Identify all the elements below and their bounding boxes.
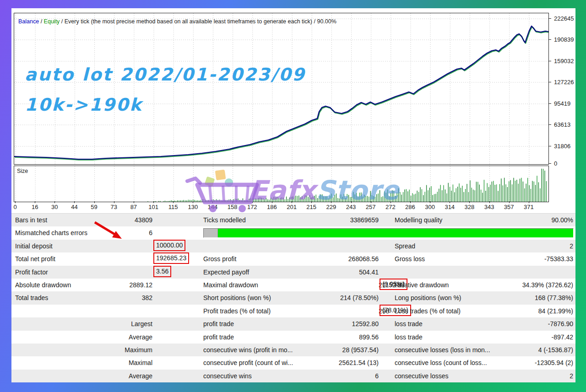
- stat-label: consecutive profit (count of wi...: [203, 356, 293, 369]
- stat-value: 504.41: [359, 266, 379, 279]
- stat-value: 33869659: [350, 214, 379, 226]
- x-axis-tick: [15, 201, 16, 203]
- statistics-table: Bars in test 43809 Ticks modelled 338696…: [11, 213, 575, 382]
- x-axis-tick-label: 243: [346, 204, 356, 210]
- stat-label: consecutive losses: [395, 370, 449, 382]
- legend-method: Every tick (the most precise method base…: [65, 18, 312, 25]
- x-axis-tick: [311, 201, 312, 203]
- stat-value: 28 (9537.54): [342, 344, 379, 356]
- x-axis-tick: [153, 201, 154, 203]
- x-axis-tick-label: 130: [188, 204, 198, 210]
- x-axis-tick-label: 201: [287, 204, 297, 210]
- legend-separator: /: [39, 18, 43, 25]
- balance-chart: Balance / Equity / Every tick (the most …: [14, 13, 549, 165]
- stat-value: -75383.33: [544, 252, 573, 265]
- stat-value: 25621.54 (13): [339, 356, 379, 369]
- stat-label: Modelling quality: [395, 214, 442, 226]
- stat-label: Gross loss: [395, 252, 425, 265]
- y-axis-labels: 2226451908391590321272269541963613318060: [551, 8, 575, 200]
- chart-legend: Balance / Equity / Every tick (the most …: [18, 18, 336, 25]
- y-axis-tick-label: 31806: [554, 143, 570, 150]
- y-axis-tick-label: 95419: [554, 100, 570, 107]
- x-axis-tick: [272, 201, 272, 203]
- x-axis-tick: [331, 201, 331, 203]
- stat-label: Expected payoff: [203, 266, 249, 279]
- stat-label: Long positions (won %): [395, 291, 461, 304]
- x-axis-tick-label: 272: [385, 204, 396, 210]
- stat-value: 168 (77.38%): [535, 291, 573, 304]
- stat-label: Initial deposit: [15, 240, 53, 252]
- stat-label: consecutive loss (count of loss...: [395, 356, 487, 369]
- legend-quality: 90.00%: [317, 18, 336, 25]
- y-axis-tick-label: 190839: [554, 36, 574, 43]
- stat-label: Relative drawdown: [395, 279, 449, 291]
- stat-label: Gross profit: [203, 252, 236, 265]
- stat-label: Total trades: [15, 291, 48, 304]
- stat-label: Bars in test: [15, 214, 47, 226]
- lot-size-bars-svg: [14, 166, 548, 202]
- table-row: Total net profit 192685.23 Gross profit …: [11, 252, 575, 265]
- x-axis-tick: [469, 201, 470, 203]
- stat-row-qualifier: Maximum: [125, 344, 152, 356]
- table-row: Bars in test 43809 Ticks modelled 338696…: [11, 214, 575, 226]
- x-axis-tick-label: 229: [326, 204, 336, 210]
- table-row: Largest profit trade 12592.80 loss trade…: [11, 317, 575, 330]
- stat-label: Maximal drawdown: [203, 279, 258, 291]
- x-axis-tick: [233, 201, 233, 203]
- x-axis-tick-label: 0: [13, 204, 16, 210]
- highlight-box: 192685.23: [153, 252, 189, 264]
- y-axis-tick: [549, 61, 551, 61]
- stat-row-qualifier: Maximal: [129, 356, 152, 369]
- stat-value: 2889.12: [129, 279, 152, 291]
- size-panel-label: Size: [17, 168, 28, 174]
- stat-label: Profit factor: [15, 266, 48, 279]
- stat-row-qualifier: Largest: [131, 317, 152, 330]
- x-axis-tick-label: 87: [130, 204, 137, 210]
- x-axis-tick-label: 371: [524, 204, 534, 210]
- stat-value: 34.39% (3726.62): [522, 279, 573, 291]
- x-axis-tick: [292, 201, 292, 203]
- highlight-box: 3.56: [153, 266, 171, 277]
- stat-value: 4 (-1536.87): [538, 344, 573, 356]
- x-axis-tick: [489, 201, 490, 203]
- x-axis-tick: [410, 201, 411, 203]
- x-axis-tick-label: 16: [32, 204, 38, 210]
- x-axis-tick-label: 158: [228, 204, 238, 210]
- annotation-period: auto lot 2022/01-2023/09: [25, 64, 306, 85]
- x-axis-tick: [391, 201, 391, 203]
- stat-label: consecutive losses (loss in mon...: [395, 344, 490, 356]
- y-axis-tick-label: 222645: [554, 15, 574, 22]
- stat-label: Total net profit: [15, 252, 55, 265]
- y-axis-tick: [549, 39, 551, 40]
- stat-value: -7876.90: [548, 317, 573, 330]
- x-axis-tick-label: 286: [405, 204, 415, 210]
- stat-label: Spread: [395, 240, 415, 252]
- stat-value: -12305.94 (2): [535, 356, 573, 369]
- x-axis-tick-label: 343: [484, 204, 494, 210]
- x-axis-tick: [173, 201, 174, 203]
- stat-label: loss trade: [395, 317, 423, 330]
- legend-separator: /: [60, 18, 64, 25]
- stat-value: 90.00%: [552, 214, 573, 226]
- x-axis-tick-label: 186: [267, 204, 277, 210]
- stat-value: 268068.56: [348, 252, 379, 265]
- annotation-result: 10k->190k: [25, 95, 306, 115]
- stat-value: -897.42: [552, 331, 573, 344]
- stat-value: 6: [149, 226, 152, 239]
- y-axis-tick: [549, 82, 551, 82]
- x-axis-tick: [114, 201, 114, 203]
- legend-balance: Balance: [18, 18, 39, 25]
- lot-size-panel: Size: [14, 166, 549, 202]
- y-axis-tick: [549, 124, 551, 125]
- stat-label: Profit trades (% of total): [203, 305, 271, 317]
- stat-value: 84 (21.99%): [538, 305, 573, 317]
- x-axis-tick-label: 314: [445, 204, 455, 210]
- x-axis-tick-label: 300: [425, 204, 435, 210]
- x-axis-tick-label: 215: [306, 204, 316, 210]
- stat-label: loss trade: [395, 331, 423, 344]
- table-row: Average profit trade 899.56 loss trade -…: [11, 331, 575, 344]
- stat-value: 43809: [135, 214, 152, 226]
- legend-separator: /: [312, 18, 317, 25]
- handwritten-annotation: auto lot 2022/01-2023/09 10k->190k: [25, 64, 306, 115]
- stat-row-qualifier: Average: [129, 331, 152, 344]
